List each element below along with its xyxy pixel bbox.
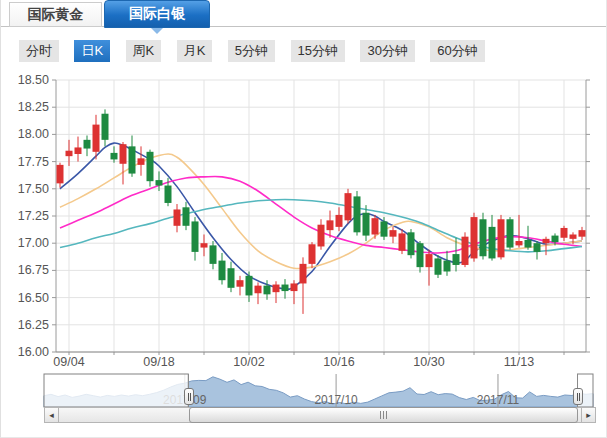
navigator-month-label: 2017/11: [477, 393, 520, 407]
candle: [471, 217, 478, 258]
candle: [237, 280, 244, 287]
tab-label: 国际黄金: [28, 6, 84, 24]
candle: [489, 227, 496, 259]
x-axis-label: 10/30: [413, 355, 444, 369]
candlestick-chart[interactable]: 18.5018.2518.0017.7517.5017.2517.0016.75…: [1, 0, 607, 438]
candle: [354, 196, 361, 232]
y-axis-label: 17.00: [18, 236, 49, 250]
candle: [93, 125, 100, 152]
y-axis-label: 18.25: [18, 100, 49, 114]
candle: [111, 153, 118, 160]
candle: [543, 239, 550, 243]
candle: [219, 261, 226, 281]
y-axis-label: 16.25: [18, 318, 49, 332]
left-triangle-icon: ◂: [49, 411, 54, 420]
period-button-15min[interactable]: 15分钟: [291, 40, 345, 62]
tab-bar: 国际黄金 国际白银: [1, 0, 606, 34]
candle: [255, 286, 262, 294]
scrollbar-thumb[interactable]: [189, 407, 578, 423]
thumb-grip-icon: [380, 411, 381, 419]
candle: [102, 114, 109, 140]
tab-international-gold[interactable]: 国际黄金: [9, 2, 102, 27]
tab-label: 国际白银: [129, 5, 185, 23]
navigator-month-label: 2017/10: [314, 393, 358, 407]
y-axis-label: 17.50: [18, 182, 49, 196]
candle: [345, 193, 352, 220]
candle: [525, 240, 532, 248]
candle: [399, 233, 406, 250]
candle: [462, 237, 469, 265]
candle: [183, 207, 190, 225]
candles: [57, 109, 586, 314]
x-axis-label: 11/13: [504, 355, 534, 369]
period-button-5min[interactable]: 5分钟: [228, 40, 275, 62]
candle: [570, 234, 577, 238]
candle: [120, 144, 127, 164]
period-button-60min[interactable]: 60分钟: [430, 40, 484, 62]
period-button-30min[interactable]: 30分钟: [360, 40, 414, 62]
candle: [327, 220, 334, 230]
candle: [390, 230, 397, 237]
candle: [57, 165, 64, 183]
candle: [309, 244, 316, 264]
navigator-left-handle[interactable]: [184, 388, 194, 405]
candle: [228, 268, 235, 288]
candle: [84, 140, 91, 149]
y-axis-label: 17.25: [18, 209, 49, 223]
candle: [210, 245, 217, 263]
y-axis-label: 18.00: [18, 127, 49, 141]
candle: [444, 261, 451, 272]
scrollbar-left-arrow[interactable]: ◂: [44, 407, 59, 423]
candle: [174, 209, 181, 225]
candle: [300, 264, 307, 284]
y-axis-label: 18.50: [18, 73, 49, 87]
candle: [273, 285, 280, 293]
candle: [75, 147, 82, 154]
candle: [318, 225, 325, 247]
candle: [372, 218, 379, 234]
candle: [507, 219, 514, 247]
tab-international-silver[interactable]: 国际白银: [104, 0, 210, 28]
candle: [201, 243, 208, 247]
candle: [363, 213, 370, 236]
candle: [291, 283, 298, 291]
candle: [246, 276, 253, 296]
thumb-grip-icon: [383, 411, 384, 419]
y-axis-label: 16.75: [18, 263, 49, 277]
thumb-grip-icon: [386, 411, 387, 419]
candle: [138, 158, 145, 165]
period-button-weekly-k[interactable]: 周K: [126, 40, 162, 62]
x-axis-label: 09/18: [143, 355, 174, 369]
grid-lines: [56, 80, 586, 352]
candle: [453, 254, 460, 265]
candle: [381, 221, 388, 236]
y-axis-label: 17.75: [18, 155, 49, 169]
x-axis-label: 09/04: [53, 355, 84, 369]
candle: [282, 285, 289, 292]
navigator-right-handle[interactable]: [573, 388, 583, 405]
x-axis-label: 10/02: [233, 355, 264, 369]
candle: [552, 236, 559, 243]
navigator[interactable]: 2017/092017/102017/11: [44, 374, 593, 407]
candle: [498, 219, 505, 257]
candle: [435, 258, 442, 274]
candle: [534, 243, 541, 252]
scrollbar-right-arrow[interactable]: ▸: [581, 407, 596, 423]
y-axis-label: 16.50: [18, 291, 49, 305]
x-axis-label: 10/16: [323, 355, 354, 369]
candle: [264, 286, 271, 295]
candle: [516, 241, 523, 245]
candle: [66, 151, 73, 156]
silver-chart-widget: 国际黄金 国际白银 分时 日K 周K 月K 5分钟 15分钟 30分钟 60分钟…: [0, 0, 607, 438]
candle: [561, 228, 568, 238]
candle: [192, 221, 199, 251]
period-button-monthly-k[interactable]: 月K: [177, 40, 213, 62]
period-button-daily-k[interactable]: 日K: [74, 40, 110, 62]
period-button-minute-line[interactable]: 分时: [19, 40, 59, 62]
candle: [147, 152, 154, 181]
period-button-row: 分时 日K 周K 月K 5分钟 15分钟 30分钟 60分钟: [19, 40, 496, 62]
candle: [480, 219, 487, 256]
candle: [426, 254, 433, 267]
right-triangle-icon: ▸: [586, 411, 591, 420]
candle: [129, 146, 136, 173]
